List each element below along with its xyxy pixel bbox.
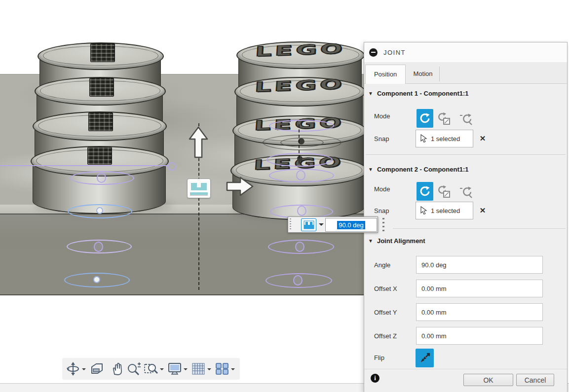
display-settings-dropdown-caret[interactable] [184, 368, 188, 372]
orbit-icon [66, 361, 80, 376]
zoom-window-dropdown-caret[interactable] [160, 368, 164, 372]
collapse-caret-icon[interactable]: ▼ [368, 167, 373, 172]
collapse-caret-icon[interactable]: ▼ [368, 238, 373, 244]
simple-joint-icon [419, 112, 431, 124]
grid-icon [191, 362, 206, 376]
cancel-button[interactable]: Cancel [516, 374, 554, 386]
mode-between-faces-button[interactable] [437, 112, 451, 126]
snap-axis-line [0, 165, 168, 166]
lego-logo-emboss [90, 43, 115, 62]
clear-selection-icon[interactable]: ✕ [478, 206, 487, 215]
zoom-icon [127, 362, 142, 376]
viewports-icon [215, 362, 229, 376]
tab-position[interactable]: Position [365, 65, 406, 84]
angle-inline-input[interactable]: 90.0 deg [325, 218, 377, 232]
viewports-dropdown-caret[interactable] [231, 368, 235, 372]
collapse-caret-icon[interactable]: ▼ [368, 91, 373, 96]
snap-marker-ring[interactable] [293, 275, 303, 285]
chevron-down-icon[interactable] [319, 223, 324, 228]
section-header-component1[interactable]: ▼ Component 1 - Component1:1 [368, 90, 469, 97]
snap-selection-count: 1 selected [431, 207, 460, 214]
offset-z-label: Offset Z [374, 332, 397, 340]
snap-marker-dot[interactable] [96, 207, 103, 214]
app-window: LEGO LEGO LEGO LEGO [0, 0, 569, 392]
flip-button[interactable] [416, 349, 434, 367]
angle-label: Angle [374, 261, 390, 269]
mode-label: Mode [374, 185, 390, 193]
snap-selection-count: 1 selected [431, 135, 460, 143]
info-icon[interactable]: i [371, 374, 379, 383]
grid-settings-button[interactable] [190, 360, 206, 378]
joint-origin-icon[interactable] [187, 178, 211, 198]
grid-settings-dropdown-caret[interactable] [207, 368, 211, 372]
offset-x-label: Offset X [374, 285, 397, 292]
pan-button[interactable] [110, 360, 125, 378]
snap-selection-button[interactable]: 1 selected [416, 202, 473, 219]
joint-dialog: JOINT Position Motion ▼ Component 1 - Co… [364, 42, 568, 392]
snap-axis-end-circle [168, 162, 176, 171]
collapse-dialog-icon[interactable] [369, 48, 378, 57]
section-divider [393, 228, 566, 229]
zoom-button[interactable] [126, 360, 142, 378]
snap-marker-ring[interactable] [94, 242, 103, 252]
stud-top: LEGO [234, 77, 366, 107]
snap-marker-ring[interactable] [295, 242, 304, 252]
offset-z-input[interactable] [416, 327, 543, 345]
stud-top: LEGO [236, 41, 365, 69]
mode-simple-button[interactable] [417, 109, 433, 128]
snap-marker-ring[interactable] [297, 206, 306, 216]
lego-logo-emboss [88, 112, 113, 131]
joint-type-button[interactable] [301, 218, 316, 231]
orbit-dropdown-caret[interactable] [82, 368, 86, 372]
dialog-header: JOINT [364, 42, 567, 63]
footer-divider [364, 369, 567, 369]
mode-simple-button[interactable] [417, 182, 433, 201]
snap-marker[interactable] [269, 120, 334, 132]
viewports-button[interactable] [214, 360, 230, 378]
offset-y-input[interactable] [416, 303, 543, 321]
motion-limits-icon [459, 185, 473, 199]
dialog-title: JOINT [383, 49, 406, 56]
lego-logo-emboss [89, 78, 114, 97]
snap-marker-ball[interactable] [297, 156, 303, 161]
flip-icon [419, 352, 431, 364]
zoom-window-icon [144, 362, 158, 376]
mode-motion-limits-button[interactable] [459, 185, 473, 199]
zoom-window-button[interactable] [143, 360, 159, 378]
dialog-drag-grip-icon[interactable] [382, 218, 384, 233]
move-right-arrow-handle[interactable] [226, 176, 254, 197]
orbit-button[interactable] [65, 360, 81, 378]
motion-limits-icon [459, 112, 473, 126]
display-settings-button[interactable] [167, 360, 183, 378]
section-header-joint-alignment[interactable]: ▼ Joint Alignment [368, 237, 425, 245]
mode-between-faces-button[interactable] [437, 185, 451, 199]
view-navigation-toolbar [62, 358, 240, 380]
pan-hand-icon [111, 362, 124, 376]
clear-selection-icon[interactable]: ✕ [478, 134, 487, 143]
snap-marker-ring[interactable] [296, 170, 305, 180]
offset-y-label: Offset Y [374, 309, 397, 316]
between-two-faces-icon [437, 185, 451, 199]
tab-motion[interactable]: Motion [406, 65, 440, 83]
dialog-tab-bar: Position Motion [364, 62, 567, 84]
snap-label: Snap [374, 135, 389, 143]
snap-marker-dot[interactable] [93, 276, 100, 283]
ok-button[interactable]: OK [463, 374, 513, 386]
section-header-component2[interactable]: ▼ Component 2 - Component1:1 [368, 166, 469, 173]
selected-text: 90.0 deg [337, 221, 365, 229]
cursor-icon [420, 134, 427, 143]
tab-separator [439, 67, 440, 81]
snap-selection-button[interactable]: 1 selected [416, 130, 473, 147]
flip-label: Flip [374, 354, 384, 361]
display-settings-icon [167, 362, 182, 376]
mode-motion-limits-button[interactable] [459, 112, 473, 126]
floating-value-toolbar: 90.0 deg [288, 216, 378, 233]
snap-marker-ring[interactable] [97, 173, 106, 183]
offset-x-input[interactable] [416, 280, 543, 297]
look-at-icon [90, 362, 104, 375]
angle-input[interactable] [416, 256, 543, 274]
look-at-button[interactable] [89, 360, 105, 378]
mode-label: Mode [374, 112, 390, 120]
drag-grip-icon[interactable] [290, 218, 291, 230]
move-up-arrow-handle[interactable] [189, 126, 208, 159]
